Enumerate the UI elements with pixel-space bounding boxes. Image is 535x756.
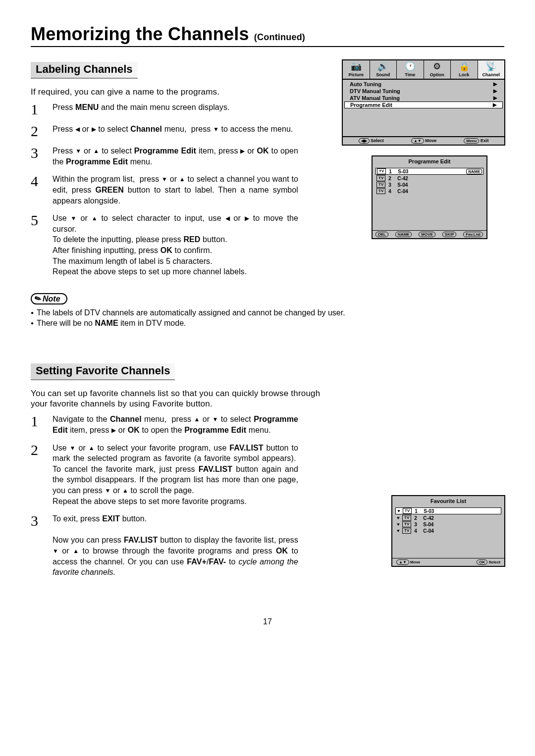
heart-icon: ♥: [395, 528, 401, 533]
favorite-intro: You can set up favorite channels list so…: [31, 388, 328, 409]
hint-fav-ok-key: OK: [477, 559, 487, 565]
osd-button: MOVE: [419, 232, 435, 237]
step-body: To exit, press EXIT button.Now you can p…: [53, 513, 298, 578]
pin-icon: ✎: [33, 293, 43, 304]
osd-tab-label: Option: [424, 72, 451, 77]
hint-menu-label: Exit: [481, 138, 489, 143]
step-number: 3: [31, 513, 53, 528]
channel-number: 1: [389, 169, 396, 174]
fav-channel-row: ♥TV1S-03: [395, 507, 501, 514]
osd-tab-label: Time: [397, 72, 424, 77]
osd-row: DTV Manual Tuning▶: [343, 88, 504, 95]
osd-tab-option: ⚙Option: [424, 60, 451, 80]
step: 3To exit, press EXIT button.Now you can …: [31, 513, 298, 578]
step: 1Press MENU and the main menu screen dis…: [31, 102, 298, 117]
hint-move-label: Move: [425, 138, 436, 143]
osd-programme-edit: Programme Edit TV1S-03NAMETV2C-42TV3S-04…: [372, 155, 487, 239]
step-body: Use ▼ or ▲ to select character to input,…: [53, 213, 298, 277]
channel-name: C-04: [397, 189, 408, 194]
osd-channel-menu: 📷Picture🔊Sound🕐Time⚙Option🔒Lock📡Channel …: [342, 59, 505, 146]
osd-tab-sound: 🔊Sound: [370, 60, 397, 80]
osd-row-label: ATV Manual Tuning: [350, 95, 400, 101]
osd-progedit-title: Programme Edit: [373, 156, 486, 167]
channel-number: 4: [414, 528, 421, 534]
labeling-steps: 1Press MENU and the main menu screen dis…: [31, 102, 298, 277]
channel-number: 3: [414, 522, 421, 527]
channel-number: 1: [415, 508, 422, 514]
step-body: Press ▼ or ▲ to select Programme Edit it…: [53, 146, 298, 167]
channel-number: 3: [388, 182, 395, 188]
channel-name: S-04: [423, 522, 433, 527]
channel-name: C-42: [397, 176, 408, 181]
step: 2Press ◀ or ▶ to select Channel menu, pr…: [31, 124, 298, 139]
heading-setting-favorite: Setting Favorite Channels: [31, 363, 175, 380]
channel-number: 4: [388, 189, 395, 194]
osd-tab-icon: ⚙: [424, 62, 451, 71]
hint-fav-ok-label: Select: [488, 560, 500, 564]
chevron-right-icon: ▶: [493, 88, 497, 94]
osd-tab-label: Sound: [370, 72, 397, 77]
page-title: Memorizing the Channels (Continued): [31, 24, 504, 47]
channel-row: TV1S-03NAME: [375, 168, 483, 175]
osd-favourite-preview: Favourite List ♥TV1S-03♥TV2C-42♥TV3S-04♥…: [391, 495, 505, 567]
osd-hints: ◀▶ Select ▲▼ Move Menu Exit: [343, 136, 504, 145]
channel-name: S-03: [398, 169, 408, 174]
step-number: 4: [31, 174, 53, 189]
step: 4Within the program list, press ▼ or ▲ t…: [31, 174, 298, 206]
page-number: 17: [31, 617, 504, 626]
step-body: Navigate to the Channel menu, press ▲ or…: [53, 414, 298, 435]
osd-tab-icon: 🕐: [397, 62, 424, 71]
tv-badge: TV: [377, 168, 386, 174]
osd-row: Programme Edit▶: [344, 101, 503, 108]
heart-icon: ♥: [395, 515, 401, 520]
osd-favourite-list: Favourite List ♥TV1S-03♥TV2C-42♥TV3S-04♥…: [391, 495, 505, 567]
note-item: The labels of DTV channels are automatic…: [31, 307, 504, 318]
osd-menu-rows: Auto Tuning▶DTV Manual Tuning▶ATV Manual…: [343, 80, 504, 109]
osd-button: SKIP: [442, 232, 457, 237]
osd-row: ATV Manual Tuning▶: [343, 95, 504, 101]
osd-previews: 📷Picture🔊Sound🕐Time⚙Option🔒Lock📡Channel …: [342, 59, 505, 249]
channel-row: TV2C-42: [375, 175, 483, 181]
osd-tabs: 📷Picture🔊Sound🕐Time⚙Option🔒Lock📡Channel: [343, 60, 504, 80]
channel-name: S-04: [397, 182, 408, 188]
chevron-right-icon: ▶: [493, 95, 497, 101]
title-continued: (Continued): [254, 32, 305, 42]
osd-button: Fav.List: [463, 232, 483, 237]
hint-select-label: Select: [371, 138, 384, 143]
labeling-notes: The labels of DTV channels are automatic…: [31, 307, 504, 329]
fav-channel-row: ♥TV2C-42: [395, 515, 501, 521]
step: 2Use ▼ or ▲ to select your favorite prog…: [31, 443, 298, 507]
hint-select-key: ◀▶: [359, 138, 370, 144]
osd-tab-time: 🕐Time: [397, 60, 424, 80]
step-number: 1: [31, 414, 53, 429]
tv-badge: TV: [402, 521, 411, 527]
labeling-intro: If required, you can give a name to the …: [31, 87, 298, 97]
osd-fav-list: ♥TV1S-03♥TV2C-42♥TV3S-04♥TV4C-04: [392, 507, 504, 537]
osd-row-label: Auto Tuning: [350, 81, 381, 87]
favorite-steps: 1Navigate to the Channel menu, press ▲ o…: [31, 414, 298, 577]
step-number: 3: [31, 146, 53, 160]
step: 1Navigate to the Channel menu, press ▲ o…: [31, 414, 298, 435]
osd-row-label: Programme Edit: [350, 102, 392, 108]
osd-tab-lock: 🔒Lock: [451, 60, 478, 80]
hint-fav-move-key: ▲▼: [396, 559, 409, 565]
heart-icon: ♥: [395, 522, 401, 527]
chevron-right-icon: ▶: [493, 81, 497, 87]
name-button: NAME: [466, 169, 482, 174]
hint-menu-key: Menu: [464, 138, 479, 144]
tv-badge: TV: [403, 508, 412, 514]
osd-row: Auto Tuning▶: [343, 81, 504, 88]
hint-move-key: ▲▼: [411, 138, 424, 144]
osd-tab-icon: 📡: [478, 62, 505, 71]
step-body: Press MENU and the main menu screen disp…: [53, 102, 230, 113]
osd-tab-channel: 📡Channel: [478, 60, 505, 80]
channel-number: 2: [414, 515, 421, 521]
channel-row: TV4C-04: [375, 188, 483, 194]
osd-button: NAME: [395, 232, 412, 237]
step-body: Within the program list, press ▼ or ▲ to…: [53, 174, 298, 206]
tv-badge: TV: [402, 515, 411, 521]
note-label: Note: [43, 295, 60, 303]
channel-name: C-42: [423, 515, 434, 521]
hint-fav-move-label: Move: [410, 560, 420, 564]
osd-tab-label: Lock: [451, 72, 478, 77]
